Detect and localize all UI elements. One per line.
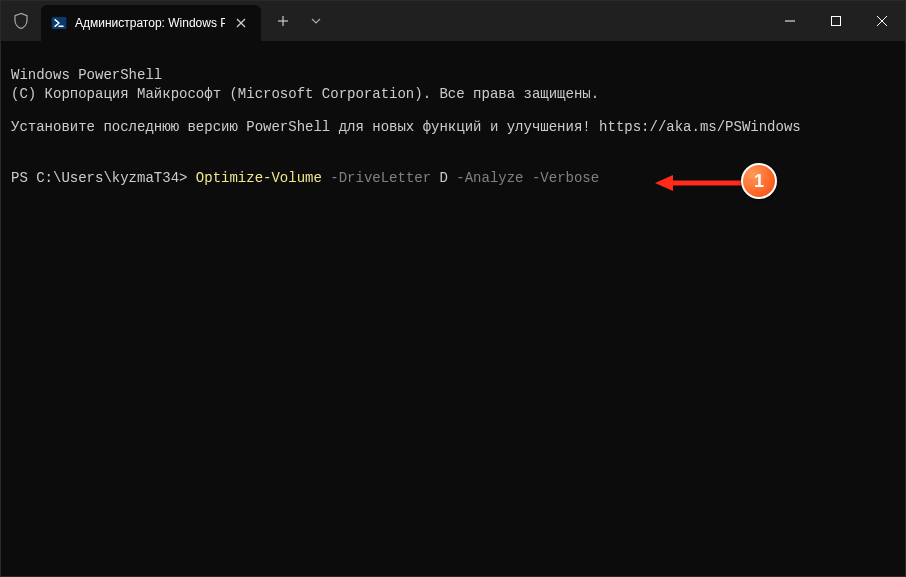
maximize-button[interactable] <box>813 1 859 41</box>
terminal-content[interactable]: Windows PowerShell (C) Корпорация Майкро… <box>1 41 905 576</box>
maximize-icon <box>831 16 841 26</box>
titlebar: Администратор: Windows Po <box>1 1 905 41</box>
svg-rect-7 <box>832 17 841 26</box>
titlebar-drag-area[interactable] <box>331 1 767 41</box>
powershell-icon <box>51 15 67 31</box>
tab-dropdown-button[interactable] <box>301 1 331 41</box>
tab-close-button[interactable] <box>233 15 249 31</box>
close-icon <box>236 18 246 28</box>
arg: D <box>440 170 448 186</box>
minimize-button[interactable] <box>767 1 813 41</box>
cmdlet: Optimize-Volume <box>196 170 322 186</box>
shield-icon <box>12 12 30 30</box>
plus-icon <box>277 15 289 27</box>
minimize-icon <box>785 16 795 26</box>
param: -Verbose <box>532 170 599 186</box>
output-line: (C) Корпорация Майкрософт (Microsoft Cor… <box>11 86 599 102</box>
app-shield-icon <box>1 1 41 41</box>
window-controls <box>767 1 905 41</box>
new-tab-button[interactable] <box>265 1 301 41</box>
param: -DriveLetter <box>322 170 440 186</box>
tab-title: Администратор: Windows Po <box>75 16 225 30</box>
close-icon <box>877 16 887 26</box>
output-line: Windows PowerShell <box>11 67 162 83</box>
param: -Analyze <box>448 170 532 186</box>
output-line: Установите последнюю версию PowerShell д… <box>11 118 895 137</box>
tab-active[interactable]: Администратор: Windows Po <box>41 5 261 41</box>
close-window-button[interactable] <box>859 1 905 41</box>
prompt-prefix: PS C:\Users\kyzmaT34> <box>11 170 196 186</box>
chevron-down-icon <box>311 18 321 24</box>
prompt-line: PS C:\Users\kyzmaT34> Optimize-Volume -D… <box>11 169 895 188</box>
terminal-window: Администратор: Windows Po <box>0 0 906 577</box>
